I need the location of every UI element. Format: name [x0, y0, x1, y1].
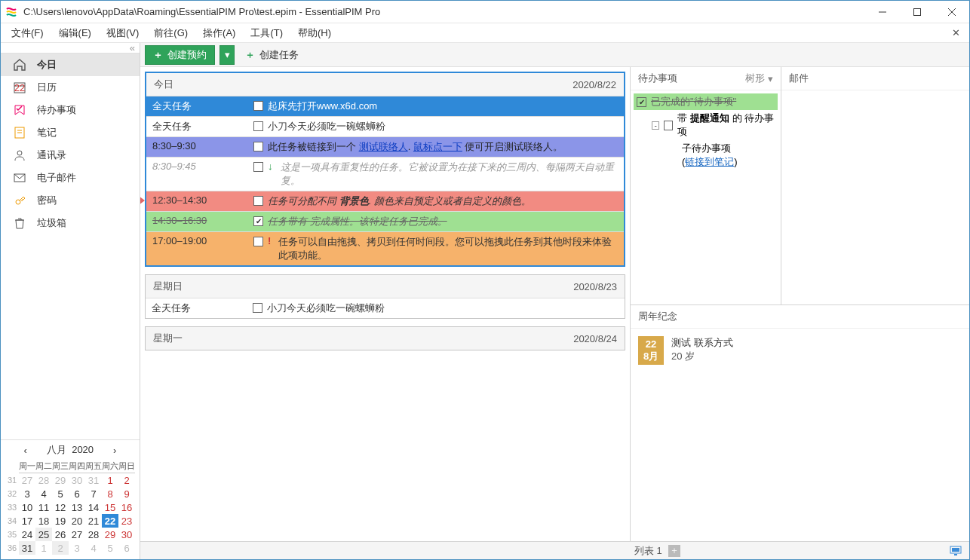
minical-day[interactable]: 12 [52, 500, 69, 514]
agenda-event-row[interactable]: 8:30–9:30此任务被链接到一个 测试联络人. 鼠标点一下 便可开启测试联络… [146, 136, 624, 157]
menu-item[interactable]: 文件(F) [4, 24, 51, 42]
minical-day[interactable]: 2 [52, 541, 69, 555]
minical-day[interactable]: 21 [85, 514, 102, 528]
minical-day[interactable]: 5 [102, 541, 118, 555]
tray-monitor-icon[interactable] [950, 546, 962, 556]
minical-day[interactable]: 1 [35, 541, 52, 555]
minical-day[interactable]: 22 [102, 514, 118, 528]
menu-item[interactable]: 帮助(H) [290, 24, 339, 42]
minical-day[interactable]: 30 [118, 528, 135, 541]
tree-toggle[interactable]: - [652, 121, 659, 130]
minical-day[interactable]: 23 [118, 514, 135, 528]
agenda-event-row[interactable]: 12:30–14:30任务可分配不同 背景色. 颜色来自预定义或者自定义的颜色。 [146, 191, 624, 211]
create-appointment-button[interactable]: ＋ 创建预约 [145, 45, 215, 65]
minical-day[interactable]: 1 [102, 473, 118, 487]
minical-day[interactable]: 7 [85, 487, 102, 500]
sidebar-item[interactable]: 垃圾箱 [1, 212, 140, 234]
agenda-event-row[interactable]: 17:00–19:00!任务可以自由拖拽、拷贝到任何时间段。您可以拖拽此任务到其… [146, 231, 624, 265]
event-checkbox[interactable] [253, 162, 263, 172]
minical-day[interactable]: 30 [69, 473, 85, 487]
event-checkbox[interactable] [253, 121, 263, 131]
minical-day[interactable]: 31 [85, 473, 102, 487]
minical-day[interactable]: 2 [118, 473, 135, 487]
todo-item[interactable]: -带 提醒通知 的 待办事项 [634, 110, 778, 140]
minical-day[interactable]: 11 [35, 500, 52, 514]
agenda-event-row[interactable]: 全天任务起床先打开www.x6d.com [146, 96, 624, 116]
minical-day[interactable]: 18 [35, 514, 52, 528]
contact-link[interactable]: 测试联络人 [359, 141, 408, 152]
todo-view-dropdown[interactable]: 树形 ▾ [745, 72, 773, 85]
minical-day[interactable]: 19 [52, 514, 69, 528]
menu-item[interactable]: 前往(G) [146, 24, 195, 42]
minical-day[interactable]: 16 [118, 500, 135, 514]
sidebar-item[interactable]: 22日历 [1, 76, 140, 99]
minical-day[interactable]: 31 [19, 541, 35, 555]
minical-day[interactable]: 13 [69, 500, 85, 514]
minical-day[interactable]: 3 [19, 487, 35, 500]
sidebar-item[interactable]: 通讯录 [1, 144, 140, 167]
view-close-x[interactable]: ✕ [946, 25, 966, 41]
contact-link[interactable]: 鼠标点一下 [413, 141, 462, 152]
minical-day[interactable]: 28 [35, 473, 52, 487]
minical-prev[interactable]: ‹ [20, 445, 32, 456]
create-appointment-dropdown[interactable]: ▾ [219, 45, 235, 65]
minical-day[interactable]: 10 [19, 500, 35, 514]
mini-calendar[interactable]: ‹ 八月 2020 › 周一周二周三周四周五周六周日31272829303112… [1, 439, 140, 559]
add-list-button[interactable]: ＋ [668, 545, 680, 557]
sidebar-item[interactable]: 电子邮件 [1, 167, 140, 189]
sidebar-item[interactable]: 笔记 [1, 121, 140, 144]
minical-day[interactable]: 29 [52, 473, 69, 487]
minical-day[interactable]: 9 [118, 487, 135, 500]
sidebar-collapse-grip[interactable]: « [1, 43, 140, 54]
maximize-button[interactable] [900, 1, 935, 23]
minical-day[interactable]: 26 [52, 528, 69, 541]
sidebar-item[interactable]: 待办事项 [1, 99, 140, 121]
minical-day[interactable]: 15 [102, 500, 118, 514]
agenda-event-row[interactable]: 全天任务小刀今天必须吃一碗螺蛳粉 [146, 298, 625, 318]
minimize-button[interactable] [865, 1, 900, 23]
status-list-label[interactable]: 列表 1 [634, 544, 662, 558]
minical-day[interactable]: 14 [85, 500, 102, 514]
agenda-event-row[interactable]: 全天任务小刀今天必须吃一碗螺蛳粉 [146, 116, 624, 136]
minical-day[interactable]: 27 [69, 528, 85, 541]
sidebar-item[interactable]: 密码 [1, 189, 140, 212]
minical-day[interactable]: 3 [69, 541, 85, 555]
minical-day[interactable]: 25 [35, 528, 52, 541]
todo-checkbox[interactable] [664, 121, 673, 130]
anniversary-item[interactable]: 228月 测试 联系方式 20 岁 [634, 332, 966, 369]
agenda-event-row[interactable]: 8:30–9:45↓这是一项具有重复性的任务。它被设置为在接下来的三周内、每隔两… [146, 157, 624, 191]
minical-day[interactable]: 6 [69, 487, 85, 500]
minical-day[interactable]: 28 [85, 528, 102, 541]
menu-item[interactable]: 工具(T) [243, 24, 290, 42]
event-checkbox[interactable] [253, 237, 263, 246]
event-checkbox[interactable] [253, 101, 263, 111]
note-link[interactable]: 链接到笔记 [685, 156, 734, 167]
agenda-view[interactable]: 今日2020/8/22全天任务起床先打开www.x6d.com全天任务小刀今天必… [140, 67, 630, 541]
menu-item[interactable]: 编辑(E) [51, 24, 99, 42]
minical-day[interactable]: 4 [85, 541, 102, 555]
minical-day[interactable]: 27 [19, 473, 35, 487]
event-checkbox[interactable] [253, 196, 263, 206]
todo-checkbox[interactable] [637, 97, 646, 107]
todo-item[interactable]: 子待办事项(链接到笔记) [634, 140, 778, 170]
agenda-event-row[interactable]: 14:30–16:30任务带有 完成属性。该特定任务已完成。 [146, 211, 624, 231]
event-checkbox[interactable] [253, 142, 263, 151]
event-checkbox[interactable] [253, 216, 263, 226]
event-subject: 起床先打开www.x6d.com [268, 99, 377, 113]
menu-item[interactable]: 视图(V) [99, 24, 146, 42]
minical-day[interactable]: 8 [102, 487, 118, 500]
sidebar-item[interactable]: 今日 [1, 54, 140, 76]
minical-day[interactable]: 6 [118, 541, 135, 555]
menu-item[interactable]: 操作(A) [195, 24, 243, 42]
close-button[interactable] [935, 1, 969, 23]
minical-day[interactable]: 24 [19, 528, 35, 541]
minical-next[interactable]: › [109, 445, 121, 456]
todo-item[interactable]: 已完成的"待办事项" [634, 93, 778, 110]
minical-day[interactable]: 29 [102, 528, 118, 541]
minical-day[interactable]: 17 [19, 514, 35, 528]
minical-day[interactable]: 20 [69, 514, 85, 528]
minical-day[interactable]: 5 [52, 487, 69, 500]
minical-day[interactable]: 4 [35, 487, 52, 500]
event-checkbox[interactable] [253, 303, 262, 313]
create-task-button[interactable]: ＋ 创建任务 [239, 45, 305, 65]
